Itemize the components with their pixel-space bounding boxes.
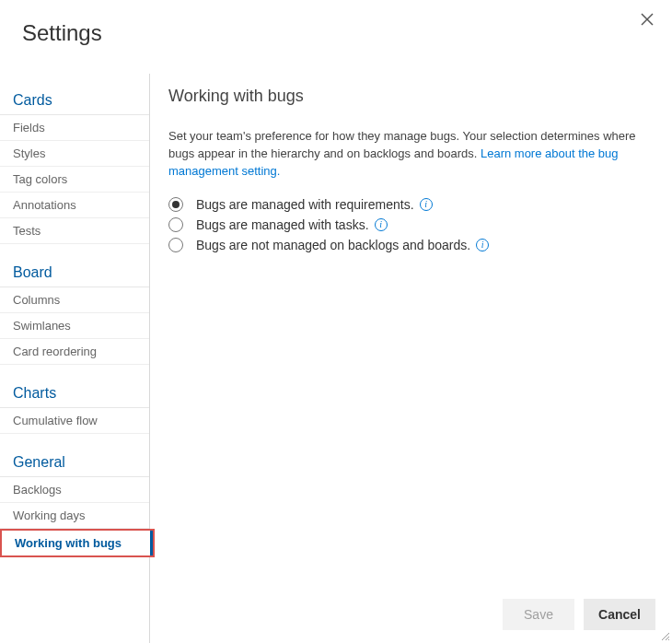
section-header-general: General: [0, 445, 149, 477]
content-title: Working with bugs: [168, 87, 650, 106]
highlight-box: Working with bugs: [0, 529, 155, 557]
svg-line-2: [662, 633, 669, 640]
close-icon: [641, 13, 654, 26]
nav-item-working-with-bugs[interactable]: Working with bugs: [2, 531, 153, 555]
radio-label: Bugs are managed with tasks.: [196, 217, 369, 232]
radio-option-tasks[interactable]: Bugs are managed with tasks. i: [168, 217, 650, 232]
nav-item-tag-colors[interactable]: Tag colors: [0, 167, 149, 193]
nav-item-fields[interactable]: Fields: [0, 115, 149, 141]
content-description: Set your team's preference for how they …: [168, 128, 650, 181]
radio-button[interactable]: [168, 197, 183, 212]
section-header-cards: Cards: [0, 83, 149, 115]
radio-button[interactable]: [168, 217, 183, 232]
info-icon[interactable]: i: [420, 198, 433, 211]
dialog-footer: Save Cancel: [503, 599, 655, 630]
nav-item-styles[interactable]: Styles: [0, 141, 149, 167]
radio-option-requirements[interactable]: Bugs are managed with requirements. i: [168, 197, 650, 212]
section-header-board: Board: [0, 255, 149, 287]
close-button[interactable]: [641, 13, 655, 28]
nav-item-columns[interactable]: Columns: [0, 287, 149, 313]
save-button[interactable]: Save: [503, 599, 574, 630]
content-pane: Working with bugs Set your team's prefer…: [150, 74, 672, 643]
info-icon[interactable]: i: [476, 239, 489, 251]
nav-item-tests[interactable]: Tests: [0, 218, 149, 244]
nav-item-swimlanes[interactable]: Swimlanes: [0, 313, 149, 339]
section-header-charts: Charts: [0, 376, 149, 408]
settings-dialog: Settings Cards Fields Styles Tag colors …: [0, 0, 672, 643]
radio-option-not-managed[interactable]: Bugs are not managed on backlogs and boa…: [168, 238, 650, 252]
radio-label: Bugs are managed with requirements.: [196, 197, 414, 212]
nav-item-annotations[interactable]: Annotations: [0, 193, 149, 218]
nav-item-working-days[interactable]: Working days: [0, 503, 149, 529]
dialog-title: Settings: [22, 20, 102, 46]
sidebar: Cards Fields Styles Tag colors Annotatio…: [0, 74, 150, 643]
nav-item-card-reordering[interactable]: Card reordering: [0, 339, 149, 365]
nav-item-cumulative-flow[interactable]: Cumulative flow: [0, 408, 149, 434]
svg-line-4: [668, 639, 669, 640]
radio-label: Bugs are not managed on backlogs and boa…: [196, 238, 470, 252]
cancel-button[interactable]: Cancel: [584, 599, 655, 630]
resize-grip-icon[interactable]: [659, 630, 670, 641]
info-icon[interactable]: i: [375, 218, 388, 231]
nav-item-backlogs[interactable]: Backlogs: [0, 477, 149, 503]
radio-button[interactable]: [168, 238, 183, 252]
